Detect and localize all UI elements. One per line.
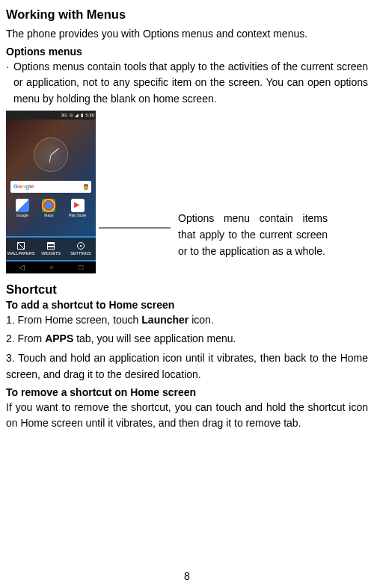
step-2: 2. From APPS tab, you will see applicati… [6, 331, 368, 347]
bullet-mark: · [6, 59, 13, 108]
step2-c: tab, you will see application menu. [73, 332, 236, 344]
step1-a: 1. From Home screen, touch [6, 314, 141, 326]
page-title: Working with Menus [6, 7, 368, 22]
shortcut-heading: Shortcut [6, 282, 368, 297]
step-1: 1. From Home screen, touch Launcher icon… [6, 312, 368, 329]
nav-back-icon[interactable]: ◁ [19, 263, 25, 271]
app-playstore[interactable]: Play Store [69, 199, 86, 217]
app-google[interactable]: Google [16, 199, 29, 217]
callout-text: Options menu contain items that apply to… [178, 210, 328, 260]
status-bar: 3G G ◢ ▮ 5:30 [6, 111, 96, 120]
wallpaper: Google Google Maps Play Store [6, 120, 96, 273]
app-row: Google Maps Play Store [6, 199, 96, 217]
figure-row: 3G G ◢ ▮ 5:30 Google Google Maps [6, 111, 368, 273]
option-wallpapers[interactable]: WALLPAPERS [6, 238, 36, 260]
step1-c: icon. [188, 314, 213, 326]
widgets-icon [47, 242, 55, 250]
google-search-bar[interactable]: Google [10, 181, 91, 193]
nav-bar: ◁ ○ □ [6, 261, 96, 273]
option-settings[interactable]: SETTINGS [66, 238, 96, 260]
wallpapers-icon [17, 242, 25, 250]
remove-shortcut-body: If you want to remove the shortcut, you … [6, 400, 368, 432]
options-bullet-text: Options menus contain tools that apply t… [13, 59, 368, 108]
options-menus-heading: Options menus [6, 46, 368, 58]
option-widgets[interactable]: WIDGETS [36, 238, 66, 260]
step2-apps: APPS [45, 332, 73, 344]
step-3: 3. Touch and hold an application icon un… [6, 350, 368, 383]
nav-home-icon[interactable]: ○ [49, 263, 54, 271]
app-maps-icon [42, 199, 55, 212]
app-google-icon [16, 199, 29, 212]
step2-a: 2. From [6, 332, 45, 344]
intro-paragraph: The phone provides you with Options menu… [6, 26, 368, 43]
option-widgets-label: WIDGETS [41, 251, 61, 256]
add-shortcut-heading: To add a shortcut to Home screen [6, 299, 368, 311]
app-playstore-label: Play Store [69, 213, 86, 217]
options-bar: WALLPAPERS WIDGETS SETTINGS [6, 238, 96, 260]
status-battery-icon: ▮ [81, 112, 83, 117]
option-wallpapers-label: WALLPAPERS [7, 251, 35, 256]
app-maps-label: Maps [44, 213, 53, 217]
app-playstore-icon [71, 199, 85, 212]
options-bullet-row: · Options menus contain tools that apply… [6, 59, 368, 108]
step1-launcher: Launcher [141, 314, 188, 326]
settings-icon [77, 242, 85, 250]
mic-icon[interactable] [84, 184, 88, 190]
status-signal-icon: ◢ [75, 112, 79, 117]
clock-widget [34, 137, 68, 172]
status-time: 5:30 [85, 113, 94, 117]
status-net2: G [70, 113, 73, 117]
google-logo: Google [13, 183, 34, 190]
remove-shortcut-heading: To remove a shortcut on Home screen [6, 386, 368, 398]
app-maps[interactable]: Maps [42, 199, 55, 217]
status-net: 3G [61, 113, 67, 117]
phone-screenshot: 3G G ◢ ▮ 5:30 Google Google Maps [6, 111, 96, 273]
nav-recent-icon[interactable]: □ [79, 263, 83, 271]
callout-connector-line [99, 227, 171, 229]
app-google-label: Google [16, 213, 28, 217]
option-settings-label: SETTINGS [70, 251, 91, 256]
page-number: 8 [0, 570, 374, 582]
